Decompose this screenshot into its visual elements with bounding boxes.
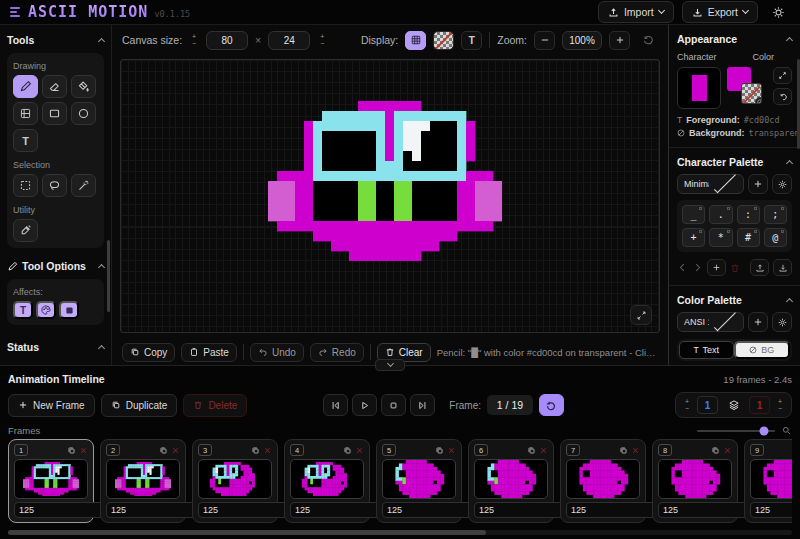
drawing-canvas[interactable] [120,59,660,333]
palette-character-button[interactable]: # [737,228,760,247]
delete-frame-icon[interactable] [79,446,88,455]
arrow-left-icon[interactable] [677,262,688,273]
status-section-header[interactable]: Status [7,341,104,353]
display-transparency-toggle[interactable] [433,31,454,50]
left-panel-scrollbar[interactable] [107,240,110,312]
text-color-tab[interactable]: TText [679,341,734,359]
timeline-collapse-handle[interactable] [375,359,405,371]
canvas-height-input[interactable] [268,31,310,50]
onion-prev-stepper[interactable]: +− [682,399,692,412]
frames-scrollbar-thumb[interactable] [8,530,486,535]
canvas-width-input[interactable] [206,31,248,50]
frame-thumbnail[interactable] [750,459,792,499]
frame-duration-field[interactable] [750,502,792,518]
ellipse-tool-button[interactable] [71,102,96,125]
display-text-toggle[interactable]: T [461,31,482,50]
appearance-section-header[interactable]: Appearance [677,33,792,45]
background-color-swatch[interactable] [741,83,762,104]
palette-character-button[interactable]: ; [764,205,787,224]
duplicate-frame-icon[interactable] [619,446,628,455]
duplicate-frame-icon[interactable] [343,446,352,455]
expand-picker-button[interactable] [773,67,792,84]
play-button[interactable] [352,394,377,416]
palette-character-button[interactable]: @ [764,228,787,247]
delete-character-trash-icon[interactable] [730,263,740,273]
affects-background-toggle[interactable] [59,301,79,319]
affects-character-toggle[interactable]: T [13,301,33,319]
frame-thumbnail[interactable] [106,459,180,499]
frame-thumbnail[interactable] [14,459,88,499]
tool-options-section-header[interactable]: Tool Options [7,260,104,272]
frame-duration-input[interactable] [755,505,792,515]
rectangle-tool-button[interactable] [42,102,67,125]
redo-button[interactable]: Redo [310,343,364,362]
import-button[interactable]: Import [598,1,674,23]
pencil-tool-button[interactable] [13,75,38,98]
display-grid-toggle[interactable] [405,31,426,50]
duplicate-frame-icon[interactable] [67,446,76,455]
import-palette-button[interactable] [773,259,792,276]
canvas-height-stepper[interactable]: +− [317,34,327,47]
new-frame-button[interactable]: New Frame [8,394,95,417]
color-palette-settings-button[interactable] [772,312,792,332]
frame-thumbnail[interactable] [566,459,640,499]
character-palette-section-header[interactable]: Character Palette [677,156,792,168]
color-palette-preset-dropdown[interactable]: ANSI 16-Colo [677,312,744,332]
bg-color-tab[interactable]: BG [734,341,791,359]
slider-track[interactable] [697,430,775,432]
frame-card[interactable]: 9 ms [744,439,792,523]
export-button[interactable]: Export [682,1,758,23]
frame-card[interactable]: 3 ms [192,439,278,523]
zoom-out-button[interactable] [534,31,555,50]
delete-frame-icon[interactable] [171,446,180,455]
delete-frame-button[interactable]: Delete [183,394,247,417]
palette-character-button[interactable]: * [709,228,732,247]
onion-skin-toggle-button[interactable] [723,396,744,414]
color-palette-section-header[interactable]: Color Palette [677,294,792,306]
delete-frame-icon[interactable] [263,446,272,455]
frame-card[interactable]: 5 ms [376,439,462,523]
affects-color-toggle[interactable] [36,301,56,319]
duplicate-frame-button[interactable]: Duplicate [101,394,178,417]
rect-select-tool-button[interactable] [13,174,38,197]
canvas-fullscreen-button[interactable] [630,305,652,325]
palette-character-button[interactable]: : [737,205,760,224]
skip-to-end-button[interactable] [410,394,435,416]
skip-to-start-button[interactable] [323,394,348,416]
tools-section-header[interactable]: Tools [7,34,104,46]
frame-card[interactable]: 7 ms [560,439,646,523]
eraser-tool-button[interactable] [42,75,67,98]
pattern-tool-button[interactable] [13,102,38,125]
frame-card[interactable]: 4 ms [284,439,370,523]
copy-button[interactable]: Copy [122,343,175,362]
frame-thumbnail[interactable] [198,459,272,499]
add-character-button[interactable] [707,259,726,276]
duplicate-frame-icon[interactable] [251,446,260,455]
canvas-width-stepper[interactable]: +− [189,34,199,47]
theme-toggle-button[interactable] [766,1,790,23]
zoom-reset-button[interactable] [637,31,658,50]
duplicate-frame-icon[interactable] [711,446,720,455]
frame-thumbnail[interactable] [290,459,364,499]
duplicate-frame-icon[interactable] [435,446,444,455]
palette-character-button[interactable]: + [682,228,705,247]
palette-character-button[interactable]: _ [682,205,705,224]
frames-scrollbar[interactable] [8,530,792,535]
delete-frame-icon[interactable] [723,446,732,455]
duplicate-frame-icon[interactable] [527,446,536,455]
frame-thumbnail[interactable] [382,459,456,499]
character-palette-settings-button[interactable] [772,174,792,194]
delete-frame-icon[interactable] [447,446,456,455]
magic-wand-tool-button[interactable] [71,174,96,197]
arrow-right-icon[interactable] [692,262,703,273]
duplicate-frame-icon[interactable] [159,446,168,455]
delete-frame-icon[interactable] [539,446,548,455]
add-color-palette-button[interactable] [748,312,768,332]
export-palette-button[interactable] [750,259,769,276]
timeline-zoom-slider[interactable] [697,425,792,436]
add-character-palette-button[interactable] [748,174,768,194]
palette-character-button[interactable]: . [709,205,732,224]
undo-button[interactable]: Undo [250,343,304,362]
frame-card[interactable]: 6 ms [468,439,554,523]
paste-button[interactable]: Paste [181,343,237,362]
